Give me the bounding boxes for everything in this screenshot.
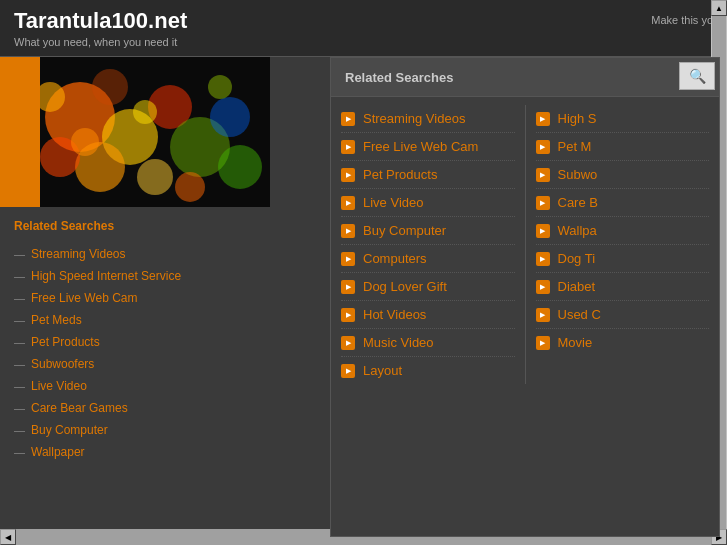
svg-point-15 [71, 128, 99, 156]
arrow-icon: — [14, 424, 25, 436]
popup-link[interactable]: Used C [558, 307, 601, 322]
popup-link[interactable]: Subwo [558, 167, 598, 182]
list-item[interactable]: — Buy Computer [14, 419, 296, 441]
sidebar-link[interactable]: Subwoofers [31, 357, 94, 371]
popup-link[interactable]: High S [558, 111, 597, 126]
bullet-icon [341, 308, 355, 322]
bullet-icon [341, 364, 355, 378]
list-item[interactable]: Live Video [341, 189, 515, 217]
list-item[interactable]: — Live Video [14, 375, 296, 397]
popup-link[interactable]: Live Video [363, 195, 423, 210]
related-searches-popup: 🔍 Related Searches Streaming Videos Free… [330, 57, 720, 537]
arrow-icon: — [14, 358, 25, 370]
list-item[interactable]: Wallpa [536, 217, 710, 245]
bullet-icon [341, 252, 355, 266]
list-item[interactable]: Movie [536, 329, 710, 356]
site-title: Tarantula100.net [14, 8, 187, 34]
scroll-left-arrow[interactable]: ◀ [0, 529, 16, 545]
svg-point-14 [133, 100, 157, 124]
popup-link[interactable]: Pet Products [363, 167, 437, 182]
sidebar-link[interactable]: Pet Products [31, 335, 100, 349]
list-item[interactable]: — High Speed Internet Service [14, 265, 296, 287]
bullet-icon [536, 196, 550, 210]
popup-title: Related Searches [345, 70, 453, 85]
list-item[interactable]: — Free Live Web Cam [14, 287, 296, 309]
arrow-icon: — [14, 402, 25, 414]
list-item[interactable]: Subwo [536, 161, 710, 189]
bullet-icon [341, 336, 355, 350]
list-item[interactable]: — Pet Products [14, 331, 296, 353]
list-item[interactable]: High S [536, 105, 710, 133]
arrow-icon: — [14, 248, 25, 260]
site-subtitle: What you need, when you need it [14, 36, 187, 48]
scroll-up-arrow[interactable]: ▲ [711, 0, 727, 16]
list-item[interactable]: Pet Products [341, 161, 515, 189]
list-item[interactable]: Pet M [536, 133, 710, 161]
popup-link[interactable]: Music Video [363, 335, 434, 350]
header-right: Make this yo [651, 8, 713, 26]
arrow-icon: — [14, 446, 25, 458]
bokeh-svg [0, 57, 270, 207]
popup-link[interactable]: Care B [558, 195, 598, 210]
popup-link[interactable]: Diabet [558, 279, 596, 294]
sidebar-link[interactable]: High Speed Internet Service [31, 269, 181, 283]
popup-link[interactable]: Layout [363, 363, 402, 378]
list-item[interactable]: Used C [536, 301, 710, 329]
bullet-icon [536, 140, 550, 154]
popup-link[interactable]: Dog Ti [558, 251, 596, 266]
svg-point-7 [137, 159, 173, 195]
list-item[interactable]: — Subwoofers [14, 353, 296, 375]
sidebar-link[interactable]: Free Live Web Cam [31, 291, 137, 305]
list-item[interactable]: Diabet [536, 273, 710, 301]
popup-link[interactable]: Pet M [558, 139, 592, 154]
bullet-icon [536, 252, 550, 266]
list-item[interactable]: Buy Computer [341, 217, 515, 245]
list-item[interactable]: Computers [341, 245, 515, 273]
list-item[interactable]: Care B [536, 189, 710, 217]
popup-link[interactable]: Streaming Videos [363, 111, 465, 126]
arrow-icon: — [14, 292, 25, 304]
sidebar-link[interactable]: Care Bear Games [31, 401, 128, 415]
popup-link[interactable]: Wallpa [558, 223, 597, 238]
popup-content: Streaming Videos Free Live Web Cam Pet P… [331, 97, 719, 392]
bullet-icon [536, 280, 550, 294]
list-item[interactable]: — Pet Meds [14, 309, 296, 331]
arrow-icon: — [14, 314, 25, 326]
list-item[interactable]: Dog Ti [536, 245, 710, 273]
sidebar-link[interactable]: Streaming Videos [31, 247, 126, 261]
popup-link[interactable]: Movie [558, 335, 593, 350]
popup-link[interactable]: Dog Lover Gift [363, 279, 447, 294]
svg-point-13 [208, 75, 232, 99]
list-item[interactable]: Dog Lover Gift [341, 273, 515, 301]
bullet-icon [536, 308, 550, 322]
list-item[interactable]: Free Live Web Cam [341, 133, 515, 161]
list-item[interactable]: — Streaming Videos [14, 243, 296, 265]
sidebar-link[interactable]: Pet Meds [31, 313, 82, 327]
bullet-icon [341, 280, 355, 294]
sidebar-link[interactable]: Live Video [31, 379, 87, 393]
popup-link[interactable]: Buy Computer [363, 223, 446, 238]
bullet-icon [341, 168, 355, 182]
popup-link[interactable]: Computers [363, 251, 427, 266]
bullet-icon [536, 168, 550, 182]
popup-col-right: High S Pet M Subwo Care B Wallpa [526, 105, 720, 384]
popup-link[interactable]: Free Live Web Cam [363, 139, 478, 154]
list-item[interactable]: — Wallpaper [14, 441, 296, 463]
list-item[interactable]: Hot Videos [341, 301, 515, 329]
svg-point-5 [210, 97, 250, 137]
sidebar-link[interactable]: Wallpaper [31, 445, 85, 459]
list-item[interactable]: Layout [341, 357, 515, 384]
sidebar-section-title: Related Searches [14, 219, 296, 233]
orange-accent [0, 57, 40, 207]
sidebar-link[interactable]: Buy Computer [31, 423, 108, 437]
search-box[interactable]: 🔍 [679, 62, 715, 90]
bullet-icon [536, 224, 550, 238]
search-icon[interactable]: 🔍 [689, 68, 706, 84]
arrow-icon: — [14, 380, 25, 392]
list-item[interactable]: Streaming Videos [341, 105, 515, 133]
main-content: Related Searches — Streaming Videos — Hi… [0, 57, 727, 537]
list-item[interactable]: — Care Bear Games [14, 397, 296, 419]
bullet-icon [341, 140, 355, 154]
list-item[interactable]: Music Video [341, 329, 515, 357]
popup-link[interactable]: Hot Videos [363, 307, 426, 322]
